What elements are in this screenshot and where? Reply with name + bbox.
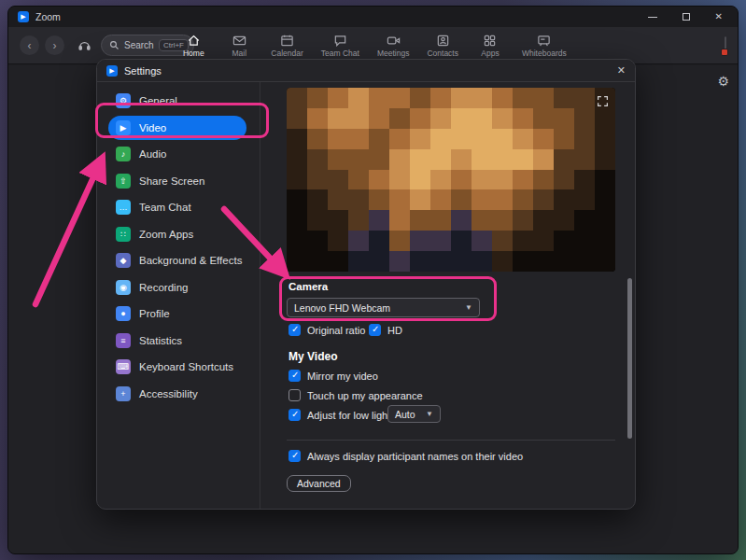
nav-tab-team-chat[interactable]: Team Chat <box>321 34 359 58</box>
checkbox-label: Always display participant names on thei… <box>307 451 523 462</box>
maximize-button[interactable] <box>683 13 690 21</box>
sidebar-item-label: Audio <box>139 148 166 160</box>
nav-tab-apps[interactable]: Apps <box>476 34 504 58</box>
zoom-window: ▶ Zoom ✕ ‹ › Search Ctrl+F <box>7 6 739 554</box>
gear-icon: ⚙ <box>116 93 131 108</box>
checkbox-label: Touch up my appearance <box>307 390 423 401</box>
aspect-ratio-icon[interactable] <box>597 94 609 111</box>
checkbox-label: Original ratio <box>307 325 365 336</box>
nav-tab-contacts[interactable]: Contacts <box>427 34 458 58</box>
scrollbar[interactable] <box>627 278 632 439</box>
low-light-mode-select[interactable]: Auto ▼ <box>387 405 441 423</box>
sidebar-item-recording[interactable]: ◉ Recording <box>108 275 246 300</box>
sidebar-item-label: Recording <box>139 282 188 293</box>
chevron-down-icon: ▼ <box>465 303 472 312</box>
person-background-icon: ◆ <box>116 253 131 268</box>
person-icon: ● <box>116 306 131 321</box>
title-bar: ▶ Zoom ✕ <box>8 7 738 27</box>
nav-tab-label: Contacts <box>427 49 458 58</box>
checkbox[interactable] <box>289 324 301 336</box>
sidebar-item-label: Share Screen <box>139 175 204 187</box>
mail-icon <box>232 34 246 48</box>
mirror-my-video-option[interactable]: Mirror my video <box>289 370 378 382</box>
sidebar-item-general[interactable]: ⚙ General <box>108 89 246 113</box>
video-camera-icon <box>387 34 401 48</box>
apps-grid-icon <box>483 34 497 48</box>
desktop: ▶ Zoom ✕ ‹ › Search Ctrl+F <box>0 0 746 560</box>
sidebar-item-label: General <box>139 95 177 106</box>
sidebar-item-label: Keyboard Shortcuts <box>139 361 233 372</box>
divider <box>287 440 615 441</box>
touch-up-appearance-option[interactable]: Touch up my appearance <box>289 389 423 401</box>
nav-tab-label: Home <box>183 49 204 58</box>
sidebar-item-statistics[interactable]: ≡ Statistics <box>108 329 246 353</box>
nav-tab-meetings[interactable]: Meetings <box>377 34 410 58</box>
headphones-icon: ♪ <box>116 147 131 161</box>
checkbox-label: HD <box>387 325 402 336</box>
sidebar-item-label: Accessibility <box>139 388 198 399</box>
nav-tab-whiteboards[interactable]: Whiteboards <box>522 34 567 58</box>
window-title: Zoom <box>35 11 61 22</box>
sidebar-item-audio[interactable]: ♪ Audio <box>108 142 246 166</box>
checkbox[interactable] <box>289 370 301 382</box>
close-window-button[interactable]: ✕ <box>715 12 723 21</box>
sidebar-item-video[interactable]: ▶ Video <box>108 116 246 140</box>
original-ratio-option[interactable]: Original ratio <box>289 324 365 336</box>
chevron-down-icon: ▼ <box>426 410 433 418</box>
camera-preview <box>287 88 615 272</box>
checkbox[interactable] <box>289 389 301 401</box>
zoom-logo-icon: ▶ <box>106 65 118 77</box>
forward-button[interactable]: › <box>45 35 64 55</box>
sidebar-item-share-screen[interactable]: ⇧ Share Screen <box>108 169 246 193</box>
apps-grid-icon: ∷ <box>116 227 131 242</box>
display-participant-names-option[interactable]: Always display participant names on thei… <box>289 450 523 462</box>
calendar-icon <box>280 34 294 48</box>
my-video-heading: My Video <box>289 350 337 363</box>
checkbox[interactable] <box>289 409 301 421</box>
whiteboard-icon <box>537 34 551 48</box>
search-placeholder: Search <box>124 40 154 50</box>
sidebar-item-keyboard-shortcuts[interactable]: ⌨ Keyboard Shortcuts <box>108 355 246 379</box>
settings-dialog: ▶ Settings ✕ ⚙ General ▶ Video <box>96 59 636 510</box>
sidebar-item-label: Team Chat <box>139 202 191 213</box>
sidebar-item-profile[interactable]: ● Profile <box>108 301 246 326</box>
sidebar-item-accessibility[interactable]: + Accessibility <box>108 382 246 406</box>
back-button[interactable]: ‹ <box>20 35 39 55</box>
sidebar-item-label: Video <box>139 122 166 133</box>
nav-tab-label: Mail <box>232 49 247 58</box>
sidebar-item-background-effects[interactable]: ◆ Background & Effects <box>108 248 246 273</box>
keyboard-icon: ⌨ <box>116 359 131 374</box>
chat-bubble-icon <box>333 34 347 48</box>
camera-select[interactable]: Lenovo FHD Webcam ▼ <box>287 298 480 317</box>
adjust-low-light-option[interactable]: Adjust for low light <box>289 409 390 421</box>
home-icon <box>187 34 201 48</box>
gear-icon[interactable]: ⚙ <box>717 74 729 89</box>
record-dot-icon: ◉ <box>116 280 131 295</box>
video-camera-icon: ▶ <box>116 120 131 135</box>
camera-label: Camera <box>289 281 328 292</box>
checkbox[interactable] <box>289 450 301 462</box>
camera-select-value: Lenovo FHD Webcam <box>294 302 390 314</box>
accessibility-icon: + <box>116 386 131 401</box>
hd-option[interactable]: HD <box>369 324 402 336</box>
sidebar-item-label: Statistics <box>139 335 182 346</box>
share-screen-icon: ⇧ <box>116 174 131 189</box>
sidebar-item-zoom-apps[interactable]: ∷ Zoom Apps <box>108 222 246 246</box>
sidebar-item-label: Profile <box>139 308 170 319</box>
checkbox-label: Adjust for low light <box>307 410 390 421</box>
nav-tab-calendar[interactable]: Calendar <box>271 34 303 58</box>
nav-tab-label: Meetings <box>377 49 410 58</box>
close-dialog-button[interactable]: ✕ <box>617 64 626 77</box>
chat-bubble-icon: … <box>116 200 131 215</box>
headset-icon[interactable] <box>77 38 91 52</box>
nav-tab-mail[interactable]: Mail <box>225 34 253 58</box>
sidebar-item-team-chat[interactable]: … Team Chat <box>108 195 246 219</box>
checkbox[interactable] <box>369 324 381 336</box>
advanced-button[interactable]: Advanced <box>287 475 351 492</box>
sidebar-item-label: Background & Effects <box>139 255 242 266</box>
minimize-button[interactable] <box>648 17 657 18</box>
nav-tab-home[interactable]: Home <box>179 34 207 58</box>
contacts-icon <box>436 34 450 48</box>
user-avatar[interactable] <box>725 37 726 54</box>
video-settings-panel: Camera Lenovo FHD Webcam ▼ Original rati… <box>260 82 635 509</box>
